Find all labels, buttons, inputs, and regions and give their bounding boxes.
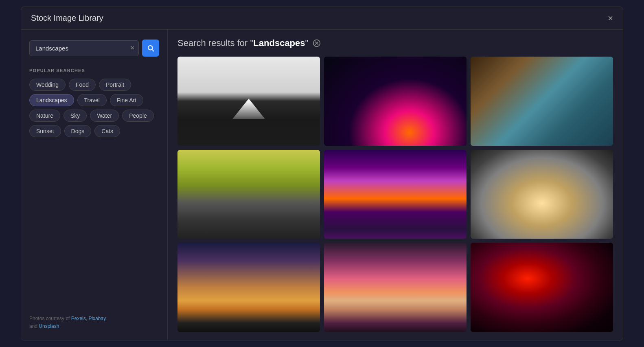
close-button[interactable]: × (608, 14, 613, 23)
sidebar-footer: Photos courtesy of Pexels, Pixabayand Un… (29, 307, 159, 330)
tag-travel[interactable]: Travel (77, 94, 107, 106)
tag-fine-art[interactable]: Fine Art (110, 94, 143, 106)
tag-food[interactable]: Food (69, 79, 96, 91)
image-card-purple-sunset[interactable] (324, 150, 467, 239)
image-card-red-cosmos[interactable] (471, 243, 613, 332)
search-submit-button[interactable] (142, 40, 159, 57)
search-row: × (29, 40, 159, 57)
image-grid (177, 57, 613, 332)
unsplash-link[interactable]: Unsplash (39, 323, 59, 329)
results-header: Search results for "Landscapes" (177, 38, 613, 48)
tag-landscapes[interactable]: Landscapes (29, 94, 74, 106)
tag-dogs[interactable]: Dogs (64, 125, 92, 137)
tag-sky[interactable]: Sky (64, 110, 87, 122)
image-card-railroad[interactable] (177, 150, 320, 239)
footer-prefix: Photos courtesy of (29, 316, 71, 321)
image-card-tree-sunset[interactable] (177, 243, 320, 332)
modal-body: × POPULAR SEARCHES WeddingFoodPortraitLa… (21, 30, 623, 340)
svg-line-1 (152, 49, 153, 51)
pexels-link[interactable]: Pexels (71, 316, 86, 321)
tag-people[interactable]: People (122, 110, 154, 122)
sidebar: × POPULAR SEARCHES WeddingFoodPortraitLa… (21, 30, 168, 340)
tag-portrait[interactable]: Portrait (99, 79, 131, 91)
tag-nature[interactable]: Nature (29, 110, 60, 122)
results-query: Landscapes (253, 38, 305, 48)
footer-and: and (29, 323, 39, 329)
search-input-wrap: × (29, 40, 139, 56)
modal: Stock Image Library × × POPULAR SEAR (21, 7, 623, 340)
image-card-sunset-dark[interactable] (324, 57, 467, 146)
tag-water[interactable]: Water (90, 110, 119, 122)
search-icon (147, 44, 154, 52)
popular-searches-label: POPULAR SEARCHES (29, 68, 159, 73)
modal-header: Stock Image Library × (21, 7, 623, 30)
search-input[interactable] (30, 41, 138, 56)
image-card-pink-sunset[interactable] (324, 243, 467, 332)
tag-cats[interactable]: Cats (94, 125, 120, 137)
clear-search-icon (312, 39, 321, 48)
search-clear-button[interactable]: × (131, 44, 134, 52)
image-card-mountain-white[interactable] (177, 57, 320, 146)
main-content: Search results for "Landscapes" (168, 30, 623, 340)
modal-title: Stock Image Library (31, 13, 103, 23)
tag-sunset[interactable]: Sunset (29, 125, 61, 137)
tag-wedding[interactable]: Wedding (29, 79, 66, 91)
results-title: Search results for "Landscapes" (177, 38, 308, 48)
image-card-fantasy[interactable] (471, 150, 613, 239)
image-card-mountain-lake[interactable] (471, 57, 613, 146)
pixabay-link[interactable]: Pixabay (88, 316, 106, 321)
clear-search-button[interactable] (312, 39, 321, 48)
tags-section: WeddingFoodPortraitLandscapesTravelFine … (29, 79, 159, 137)
